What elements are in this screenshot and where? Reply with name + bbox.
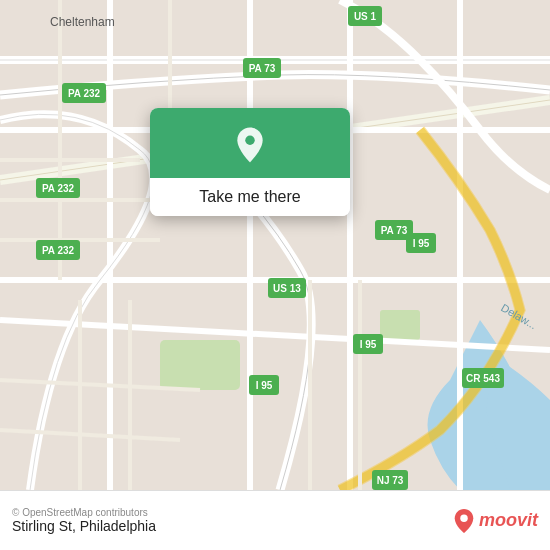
svg-text:PA 232: PA 232 <box>68 88 101 99</box>
svg-rect-2 <box>380 310 420 340</box>
copyright-text: © OpenStreetMap contributors <box>12 507 156 518</box>
svg-text:I 95: I 95 <box>413 238 430 249</box>
moovit-label: moovit <box>479 510 538 531</box>
svg-text:Cheltenham: Cheltenham <box>50 15 115 29</box>
location-pin-icon <box>231 126 269 164</box>
svg-text:PA 73: PA 73 <box>249 63 276 74</box>
popup-card: Take me there <box>150 108 350 216</box>
svg-text:PA 73: PA 73 <box>381 225 408 236</box>
moovit-logo: moovit <box>453 508 538 534</box>
bottom-left-info: © OpenStreetMap contributors Stirling St… <box>12 507 156 534</box>
bottom-bar: © OpenStreetMap contributors Stirling St… <box>0 490 550 550</box>
svg-text:PA 232: PA 232 <box>42 245 75 256</box>
map-container: PA 232 PA 232 PA 232 PA 73 PA 73 US 1 US… <box>0 0 550 490</box>
svg-text:CR 543: CR 543 <box>466 373 500 384</box>
moovit-pin-icon <box>453 508 475 534</box>
popup-green-header <box>150 108 350 178</box>
svg-point-51 <box>245 136 255 146</box>
svg-text:PA 232: PA 232 <box>42 183 75 194</box>
svg-point-52 <box>460 514 467 521</box>
svg-rect-1 <box>160 340 240 390</box>
take-me-there-button[interactable]: Take me there <box>150 178 350 216</box>
svg-text:NJ 73: NJ 73 <box>377 475 404 486</box>
location-name: Stirling St, Philadelphia <box>12 518 156 534</box>
svg-text:I 95: I 95 <box>360 339 377 350</box>
svg-text:I 95: I 95 <box>256 380 273 391</box>
svg-text:US 13: US 13 <box>273 283 301 294</box>
svg-text:US 1: US 1 <box>354 11 377 22</box>
